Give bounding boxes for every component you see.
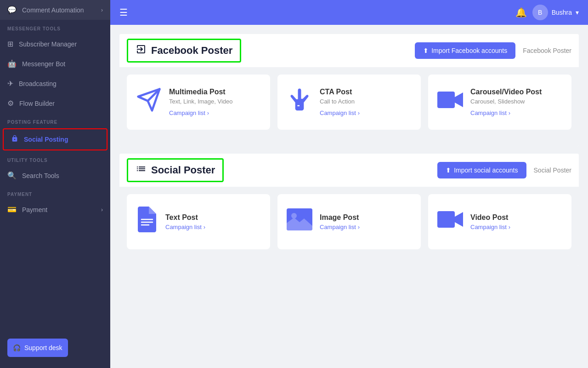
menu-icon[interactable]: ☰ xyxy=(119,7,128,18)
chevron-right-icon: › xyxy=(358,109,360,116)
pointer-icon xyxy=(287,87,312,118)
carousel-video-post-card: Carousel/Video Post Carousel, Slideshow … xyxy=(428,75,571,130)
multimedia-post-subtitle: Text, Link, Image, Video xyxy=(169,98,233,105)
chevron-right-icon: › xyxy=(101,207,103,213)
social-posting-box: Social Posting xyxy=(3,128,107,150)
import-social-accounts-button[interactable]: ⬆ Import social accounts xyxy=(437,162,526,178)
multimedia-post-campaign-link[interactable]: Campaign list › xyxy=(169,109,233,116)
video-post-card: Video Post Campaign list › xyxy=(428,194,571,249)
sidebar-item-search-tools[interactable]: 🔍 Search Tools xyxy=(0,166,110,185)
sidebar-item-social-posting[interactable]: Social Posting xyxy=(4,129,107,150)
cta-post-body: CTA Post Call to Action Campaign list › xyxy=(320,88,360,116)
image-post-body: Image Post Campaign list › xyxy=(320,213,360,230)
user-dropdown-icon: ▾ xyxy=(576,9,579,16)
social-poster-header: Social Poster ⬆ Import social accounts S… xyxy=(119,154,579,187)
text-post-title: Text Post xyxy=(165,213,205,222)
carousel-video-post-subtitle: Carousel, Slideshow xyxy=(470,98,542,105)
comment-icon: 💬 xyxy=(7,6,17,14)
sidebar-item-flow-builder[interactable]: ⚙ Flow Builder xyxy=(0,93,110,113)
support-section: 🎧 Support desk xyxy=(0,331,110,368)
avatar: B xyxy=(532,5,548,20)
notification-bell-icon[interactable]: 🔔 xyxy=(515,7,527,18)
cta-post-campaign-link[interactable]: Campaign list › xyxy=(320,109,360,116)
svg-rect-0 xyxy=(297,105,300,106)
svg-rect-1 xyxy=(437,92,455,108)
flow-icon: ⚙ xyxy=(7,99,14,108)
image-post-card: Image Post Campaign list › xyxy=(277,194,421,249)
facebook-poster-actions: ⬆ Import Facebook accounts Facebook Post… xyxy=(415,42,571,59)
share-exit-icon xyxy=(136,44,147,58)
sidebar-item-subscriber-manager[interactable]: ⊞ Subscriber Manager xyxy=(0,34,110,54)
social-poster-title: Social Poster xyxy=(151,164,215,176)
paper-plane-icon xyxy=(136,87,162,118)
sidebar-item-comment-automation[interactable]: 💬 Comment Automation › xyxy=(0,0,110,20)
multimedia-post-body: Multimedia Post Text, Link, Image, Video… xyxy=(169,88,233,116)
video-icon xyxy=(437,209,463,235)
sidebar: 💬 Comment Automation › MESSENGER TOOLS ⊞… xyxy=(0,0,110,368)
upload-icon: ⬆ xyxy=(446,167,451,174)
chevron-right-icon: › xyxy=(207,109,209,116)
facebook-poster-cards: Multimedia Post Text, Link, Image, Video… xyxy=(119,67,579,146)
section-label-utility-tools: UTILITY TOOLS xyxy=(0,151,110,166)
headset-icon: 🎧 xyxy=(13,344,21,351)
svg-rect-4 xyxy=(437,211,455,228)
facebook-poster-title-box: Facebook Poster xyxy=(127,39,241,63)
chevron-right-icon: › xyxy=(509,224,510,230)
sidebar-item-messenger-bot[interactable]: 🤖 Messenger Bot xyxy=(0,54,110,74)
carousel-video-post-title: Carousel/Video Post xyxy=(470,88,542,96)
carousel-video-post-campaign-link[interactable]: Campaign list › xyxy=(470,109,542,116)
facebook-poster-label-right: Facebook Poster xyxy=(523,47,571,54)
video-post-campaign-link[interactable]: Campaign list › xyxy=(470,224,510,230)
share-icon xyxy=(11,135,18,144)
cta-post-title: CTA Post xyxy=(320,88,360,96)
social-poster-label-right: Social Poster xyxy=(534,167,571,174)
multimedia-post-card: Multimedia Post Text, Link, Image, Video… xyxy=(127,75,270,130)
payment-icon: 💳 xyxy=(7,205,17,214)
send-icon: ✈ xyxy=(7,79,13,88)
topbar: ☰ 🔔 B Bushra ▾ xyxy=(110,0,588,25)
support-desk-button[interactable]: 🎧 Support desk xyxy=(7,339,68,357)
image-icon xyxy=(287,208,312,236)
social-poster-actions: ⬆ Import social accounts Social Poster xyxy=(437,162,571,178)
chevron-right-icon: › xyxy=(358,224,360,230)
text-post-campaign-link[interactable]: Campaign list › xyxy=(165,224,205,230)
chevron-right-icon: › xyxy=(204,224,205,230)
list-icon xyxy=(136,163,147,177)
social-poster-title-box: Social Poster xyxy=(127,158,224,182)
sidebar-item-payment[interactable]: 💳 Payment › xyxy=(0,200,110,219)
facebook-poster-header: Facebook Poster ⬆ Import Facebook accoun… xyxy=(119,34,579,67)
upload-icon: ⬆ xyxy=(423,47,429,54)
video-post-body: Video Post Campaign list › xyxy=(470,213,510,230)
facebook-poster-cards-grid: Multimedia Post Text, Link, Image, Video… xyxy=(127,75,571,130)
section-label-messenger-tools: MESSENGER TOOLS xyxy=(0,20,110,34)
page-content: Facebook Poster ⬆ Import Facebook accoun… xyxy=(110,25,588,368)
search-icon: 🔍 xyxy=(7,171,17,180)
video-post-title: Video Post xyxy=(470,213,510,222)
chevron-right-icon: › xyxy=(509,109,510,116)
social-poster-cards: Text Post Campaign list › xyxy=(119,187,579,266)
video-camera-icon xyxy=(437,90,463,115)
image-post-campaign-link[interactable]: Campaign list › xyxy=(320,224,360,230)
multimedia-post-title: Multimedia Post xyxy=(169,88,233,96)
text-post-card: Text Post Campaign list › xyxy=(127,194,270,249)
text-post-body: Text Post Campaign list › xyxy=(165,213,205,230)
bot-icon: 🤖 xyxy=(7,59,17,68)
social-poster-cards-grid: Text Post Campaign list › xyxy=(127,194,571,249)
user-menu[interactable]: B Bushra ▾ xyxy=(532,5,579,20)
social-poster-section: Social Poster ⬆ Import social accounts S… xyxy=(119,154,579,266)
main-content: ☰ 🔔 B Bushra ▾ Facebook Poster xyxy=(110,0,588,368)
image-post-title: Image Post xyxy=(320,213,360,222)
cta-post-subtitle: Call to Action xyxy=(320,98,360,105)
grid-icon: ⊞ xyxy=(7,40,13,48)
cta-post-card: CTA Post Call to Action Campaign list › xyxy=(277,75,421,130)
carousel-video-post-body: Carousel/Video Post Carousel, Slideshow … xyxy=(470,88,542,116)
section-label-payment: PAYMENT xyxy=(0,185,110,200)
import-facebook-accounts-button[interactable]: ⬆ Import Facebook accounts xyxy=(415,42,515,59)
section-label-posting-feature: POSTING FEATURE xyxy=(0,113,110,127)
sidebar-item-broadcasting[interactable]: ✈ Broadcasting xyxy=(0,74,110,93)
text-doc-icon xyxy=(136,207,158,237)
facebook-poster-section: Facebook Poster ⬆ Import Facebook accoun… xyxy=(119,34,579,146)
topbar-left: ☰ xyxy=(119,7,128,18)
chevron-right-icon: › xyxy=(101,7,103,13)
topbar-right: 🔔 B Bushra ▾ xyxy=(515,5,579,20)
